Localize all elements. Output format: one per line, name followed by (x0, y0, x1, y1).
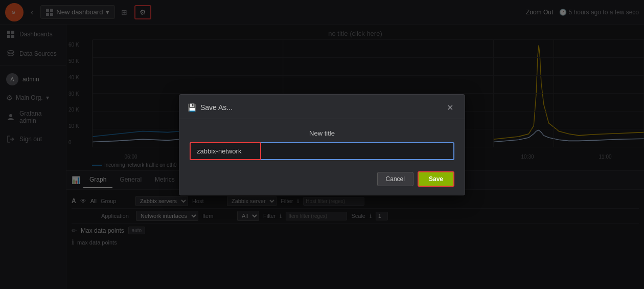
save-button[interactable]: Save (418, 171, 454, 187)
modal-body: New title (179, 119, 465, 165)
save-as-modal: 💾 Save As... ✕ New title Cancel Save (179, 94, 465, 195)
modal-field-label: New title (190, 129, 454, 137)
modal-save-icon: 💾 (188, 103, 196, 112)
modal-overlay: 💾 Save As... ✕ New title Cancel Save (0, 0, 644, 289)
modal-title: Save As... (200, 103, 233, 112)
modal-header: 💾 Save As... ✕ (179, 95, 465, 119)
title-input[interactable] (190, 142, 454, 160)
modal-close-button[interactable]: ✕ (444, 102, 456, 114)
cancel-button[interactable]: Cancel (377, 172, 413, 186)
modal-footer: Cancel Save (179, 165, 465, 195)
modal-input-wrapper (190, 142, 454, 160)
